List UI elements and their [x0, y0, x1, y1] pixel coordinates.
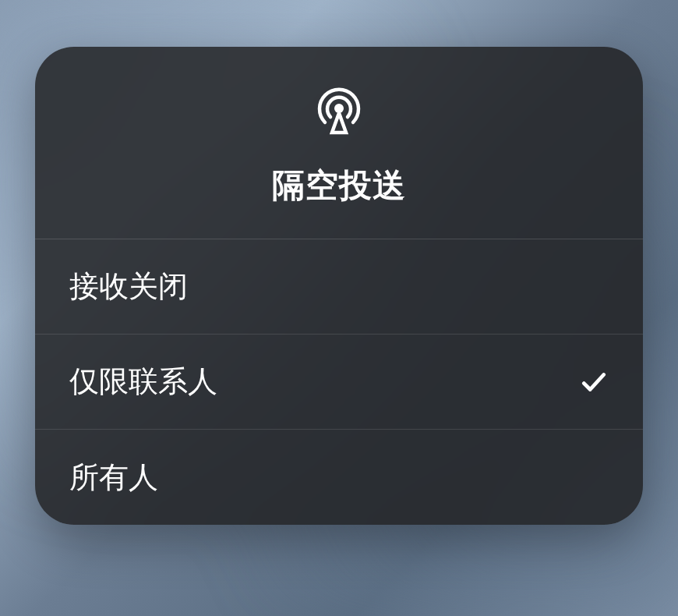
option-label: 所有人 [69, 458, 158, 497]
option-label: 接收关闭 [69, 267, 188, 306]
option-contacts-only[interactable]: 仅限联系人 [35, 335, 643, 430]
option-receiving-off[interactable]: 接收关闭 [35, 239, 643, 335]
option-label: 仅限联系人 [69, 362, 217, 402]
option-list: 接收关闭 仅限联系人 所有人 [35, 239, 643, 525]
airdrop-panel: 隔空投送 接收关闭 仅限联系人 所有人 [35, 47, 643, 525]
airdrop-icon [312, 84, 366, 142]
checkmark-icon [579, 367, 609, 397]
panel-title: 隔空投送 [272, 164, 406, 207]
option-everyone[interactable]: 所有人 [35, 430, 643, 525]
panel-header: 隔空投送 [35, 47, 643, 239]
